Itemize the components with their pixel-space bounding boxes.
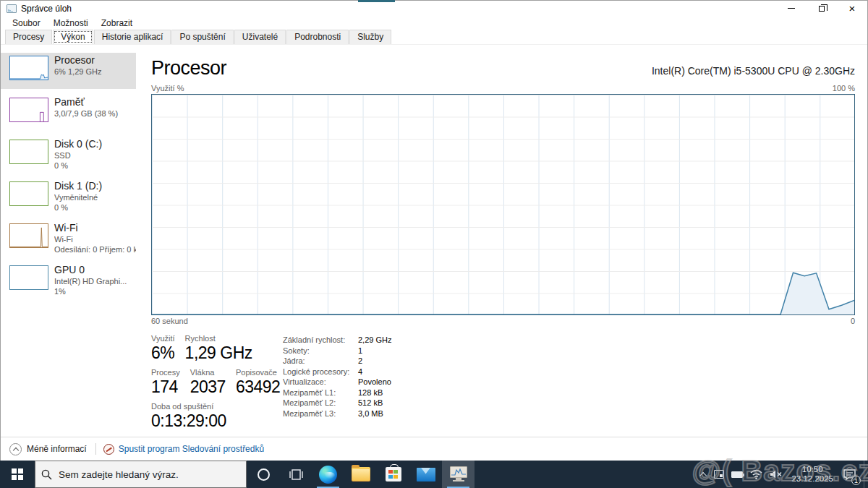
edge-taskbar-button[interactable] [312,461,344,488]
top-accent-bar [358,0,395,2]
wifi-icon [750,469,762,479]
chart-top-labels: Využití % 100 % [151,84,855,93]
chart-max-label: 100 % [833,84,855,93]
edge-icon [319,466,337,484]
sidebar-item-sub: Vyměnitelné [54,192,136,202]
tab-po-spusteni[interactable]: Po spuštění [171,30,233,44]
performance-sidebar: Procesor 6% 1,29 GHz Paměť 3,0/7,9 GB (3… [1,45,136,437]
screen: Správce úloh × Soubor Možnosti Zobrazit … [0,0,868,488]
less-info-button[interactable]: Méně informací [27,444,87,454]
tray-wifi-button[interactable] [746,461,766,488]
menu-moznosti[interactable]: Možnosti [47,17,95,30]
sidebar-item-sub: 3,0/7,9 GB (38 %) [54,108,136,119]
base-speed-value: 2,29 GHz [358,335,391,344]
sidebar-item-title: GPU 0 [54,264,136,276]
sidebar-item-sub: Intel(R) HD Graphi... [54,276,136,286]
sidebar-item-title: Disk 1 (D:) [54,180,136,192]
sidebar-item-sub: SSD [54,150,136,160]
base-speed-label: Základní rychlost: [283,335,355,344]
menu-soubor[interactable]: Soubor [6,17,47,30]
sidebar-item-gpu0[interactable]: GPU 0 Intel(R) HD Graphi... 1% [1,262,136,299]
l3-cache-value: 3,0 MB [358,409,391,418]
search-input[interactable] [59,469,240,480]
sidebar-item-disk1[interactable]: Disk 1 (D:) Vyměnitelné 0 % [1,179,136,215]
store-taskbar-button[interactable] [377,461,409,488]
uptime-value: 0:13:29:00 [151,411,226,431]
task-manager-icon [7,4,17,13]
cpu-detail-panel: Procesor Intel(R) Core(TM) i5-5300U CPU … [136,45,867,437]
window-title: Správce úloh [21,4,72,14]
sidebar-item-disk0[interactable]: Disk 0 (C:) SSD 0 % [1,137,136,173]
wifi-mini-chart-icon [9,223,48,248]
sidebar-item-sub: Wi-Fi [54,234,136,244]
tab-vykon[interactable]: Výkon [53,30,93,44]
mail-taskbar-button[interactable] [409,461,442,488]
tab-procesy[interactable]: Procesy [5,30,52,44]
cpu-header: Procesor Intel(R) Core(TM) i5-5300U CPU … [151,55,855,80]
sidebar-item-title: Wi-Fi [54,222,136,234]
gpu-mini-chart-icon [9,265,48,290]
sidebar-item-sub2: Odesílání: 0 Příjem: 0 kb [54,244,136,254]
resource-monitor-icon [103,444,114,455]
menu-zobrazit[interactable]: Zobrazit [95,17,139,30]
sidebar-item-procesor[interactable]: Procesor 6% 1,29 GHz [1,53,136,89]
tray-battery-button[interactable] [728,461,746,488]
virtualization-label: Virtualizace: [283,377,355,386]
sidebar-item-title: Procesor [54,54,136,67]
disk0-mini-chart-icon [9,140,48,164]
window-controls: × [776,1,867,16]
file-explorer-icon [352,467,370,481]
task-view-icon [289,468,303,481]
cortana-button[interactable] [247,461,280,488]
close-button[interactable]: × [837,1,867,16]
speed-value: 1,29 GHz [185,343,252,363]
task-manager-app-icon [450,466,467,482]
cpu-model-name: Intel(R) Core(TM) i5-5300U CPU @ 2.30GHz [652,65,855,80]
windows-logo-icon [12,468,23,480]
tab-uzivatele[interactable]: Uživatelé [234,30,286,44]
speed-label: Rychlost [185,334,252,343]
tab-historie-aplikaci[interactable]: Historie aplikací [94,30,171,44]
tab-podrobnosti[interactable]: Podrobnosti [286,30,349,44]
tablet-icon [714,470,724,479]
tray-volume-button[interactable] [766,461,786,488]
close-icon: × [849,3,856,14]
sidebar-item-sub2: 0 % [54,160,136,171]
cpu-stats: Využití 6% Rychlost 1,29 GHz Procesy [151,334,855,436]
taskbar: 10:50 23.12.2025 1 [0,461,868,488]
cpu-mini-chart-icon [9,56,48,80]
sidebar-item-pamet[interactable]: Paměť 3,0/7,9 GB (38 %) [1,95,136,131]
minimize-icon [788,8,795,9]
chart-x-axis-label: 60 sekund [151,317,188,325]
taskbar-search[interactable] [35,461,247,488]
file-explorer-taskbar-button[interactable] [344,461,377,488]
resource-monitor-link[interactable]: Spustit program Sledování prostředků [119,444,264,454]
show-desktop-button[interactable] [864,461,868,488]
notification-badge: 1 [851,476,861,485]
threads-value: 2037 [190,377,226,397]
collapse-circle-icon [9,443,22,455]
tab-sluzby[interactable]: Služby [349,30,391,44]
cores-value: 2 [358,356,391,365]
disk1-mini-chart-icon [9,181,48,206]
start-button[interactable] [0,461,35,488]
memory-mini-chart-icon [9,98,48,122]
task-view-button[interactable] [280,461,312,488]
system-tray: 10:50 23.12.2025 1 [698,461,868,488]
cpu-usage-chart [151,94,855,315]
microsoft-store-icon [386,467,401,481]
handles-value: 63492 [236,377,280,397]
task-manager-taskbar-button[interactable] [442,461,475,488]
tab-bar: Procesy Výkon Historie aplikací Po spušt… [1,30,867,45]
mail-icon [417,468,435,481]
action-center-button[interactable]: 1 [838,461,864,488]
sidebar-item-wifi[interactable]: Wi-Fi Wi-Fi Odesílání: 0 Příjem: 0 kb [1,221,136,257]
tray-expand-button[interactable] [698,461,710,488]
taskbar-clock[interactable]: 10:50 23.12.2025 [786,465,838,484]
titlebar[interactable]: Správce úloh × [1,1,867,16]
minimize-button[interactable] [776,1,807,16]
restore-button[interactable] [807,1,837,16]
tray-tablet-button[interactable] [710,461,728,488]
cpu-stats-right: Základní rychlost: 2,29 GHz Sokety: 1 Já… [283,334,391,436]
clock-time: 10:50 [791,465,833,474]
